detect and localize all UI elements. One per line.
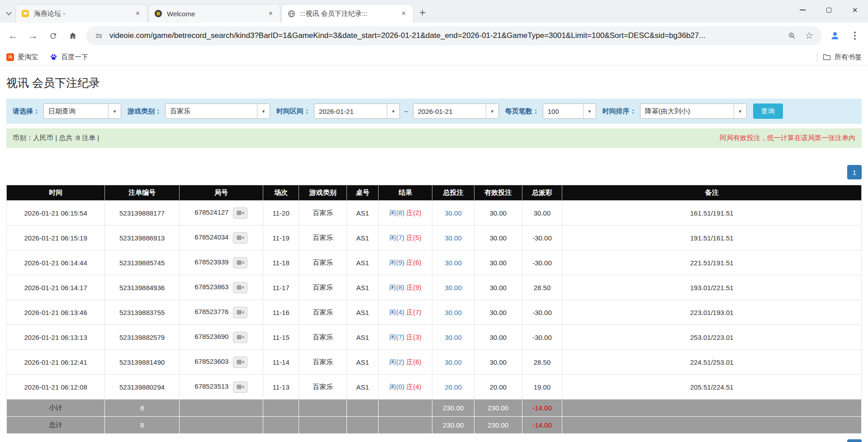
- close-window-button[interactable]: ×: [842, 0, 868, 20]
- video-replay-button[interactable]: [233, 307, 247, 318]
- cell-table-no: AS1: [347, 275, 379, 300]
- cell-game-type: 百家乐: [299, 250, 347, 275]
- tab-favicon-crest-icon: [154, 9, 162, 18]
- video-replay-button[interactable]: [233, 381, 247, 393]
- search-button[interactable]: 查询: [753, 103, 783, 119]
- page-size-input[interactable]: [543, 104, 583, 118]
- chevron-down-icon[interactable]: ▾: [583, 104, 596, 118]
- video-replay-button[interactable]: [233, 282, 247, 293]
- folder-icon: [823, 53, 831, 61]
- all-bookmarks-button[interactable]: 所有书签: [823, 53, 862, 61]
- tab-search-button[interactable]: [2, 5, 15, 23]
- refresh-icon: [49, 32, 57, 40]
- address-bar[interactable]: videoie.com/game/betrecord_search/kind3?…: [86, 26, 822, 45]
- zoom-icon[interactable]: [786, 29, 798, 42]
- url-text[interactable]: videoie.com/game/betrecord_search/kind3?…: [109, 31, 781, 40]
- refresh-button[interactable]: [43, 26, 62, 45]
- globe-icon: [287, 9, 295, 18]
- profile-button[interactable]: [825, 26, 844, 45]
- total-bet-link[interactable]: 30.00: [445, 284, 462, 292]
- maximize-icon: [826, 8, 831, 13]
- total-bet-link[interactable]: 30.00: [445, 234, 462, 242]
- bookmark-label: 爱淘宝: [18, 53, 38, 61]
- home-button[interactable]: [63, 26, 82, 45]
- site-info-icon[interactable]: [92, 29, 105, 42]
- page-title: 视讯 会员下注纪录: [6, 75, 862, 90]
- total-bet-link[interactable]: 20.00: [445, 383, 462, 391]
- chevron-down-icon: [6, 12, 12, 16]
- video-camera-icon: [237, 310, 244, 315]
- total-bet-link[interactable]: 30.00: [445, 209, 462, 217]
- date-end-select[interactable]: 2026-01-21 ▾: [413, 103, 499, 119]
- round-number: 678523513: [194, 382, 228, 390]
- game-type-select[interactable]: 百家乐 ▾: [165, 103, 270, 119]
- footer-payout: -14.00: [522, 417, 562, 434]
- chevron-down-icon[interactable]: ▾: [387, 104, 399, 118]
- video-replay-button[interactable]: [233, 232, 247, 244]
- game-type-value: 百家乐: [166, 104, 257, 118]
- tab-bet-record[interactable]: :::视讯 会员下注纪录::: ×: [281, 4, 413, 23]
- cell-game-type: 百家乐: [299, 201, 347, 226]
- cell-payout: -30.00: [522, 250, 562, 275]
- date-start-select[interactable]: 2026-01-21 ▾: [314, 103, 400, 119]
- cell-note: 193.01/221.51: [562, 275, 862, 300]
- video-camera-icon: [237, 210, 244, 216]
- minimize-button[interactable]: [789, 0, 816, 20]
- new-tab-button[interactable]: +: [414, 5, 431, 21]
- total-bet-link[interactable]: 30.00: [445, 334, 462, 341]
- query-type-value: 日期查询: [44, 104, 108, 118]
- close-tab-icon[interactable]: ×: [267, 9, 275, 18]
- cell-table-no: AS1: [347, 325, 379, 350]
- query-type-select[interactable]: 日期查询 ▾: [43, 103, 121, 119]
- bookmarks-bar: 淘 爱淘宝 百度一下 所有书签: [0, 49, 868, 66]
- close-tab-icon[interactable]: ×: [400, 9, 408, 18]
- total-bet-link[interactable]: 30.00: [445, 309, 462, 316]
- close-icon: ×: [852, 5, 858, 14]
- page-size-combo[interactable]: ▾: [543, 103, 596, 119]
- close-tab-icon[interactable]: ×: [134, 9, 142, 18]
- bookmark-star-icon[interactable]: ☆: [803, 29, 816, 42]
- video-replay-button[interactable]: [233, 332, 247, 343]
- cell-bet-id: 523139883755: [105, 300, 179, 325]
- back-button[interactable]: ←: [4, 26, 23, 45]
- video-camera-icon: [237, 359, 244, 365]
- footer-empty-cell: [347, 400, 379, 417]
- chevron-down-icon[interactable]: ▾: [257, 104, 270, 118]
- maximize-button[interactable]: [816, 0, 842, 20]
- browser-menu-button[interactable]: [845, 26, 864, 45]
- currency-summary: 币别：人民币 | 总共 :8 注单 |: [13, 134, 99, 142]
- total-bet-link[interactable]: 30.00: [445, 259, 462, 267]
- bookmark-baidu[interactable]: 百度一下: [50, 53, 88, 61]
- page-number-button[interactable]: 1: [847, 165, 862, 179]
- video-replay-button[interactable]: [233, 257, 247, 268]
- chevron-down-icon[interactable]: ▾: [486, 104, 498, 118]
- query-type-label: 请选择：: [13, 107, 40, 116]
- chevron-down-icon[interactable]: ▾: [734, 104, 746, 118]
- chevron-down-icon[interactable]: ▾: [108, 104, 121, 118]
- cell-time: 2026-01-21 06:15:54: [7, 201, 105, 226]
- cell-session: 11-16: [263, 300, 299, 325]
- forward-button[interactable]: →: [24, 26, 43, 45]
- footer-count: 8: [105, 400, 179, 417]
- cell-valid-bet: 30.00: [474, 350, 522, 375]
- cell-total-bet: 30.00: [432, 275, 474, 300]
- tab-haiyan-forum[interactable]: 海燕论坛 - ×: [15, 4, 147, 23]
- table-row: 2026-01-21 06:15:54 523139888177 6785241…: [7, 201, 862, 226]
- cell-session: 11-19: [263, 226, 299, 250]
- cell-valid-bet: 30.00: [474, 250, 522, 275]
- bookmark-aitaobao[interactable]: 淘 爱淘宝: [6, 53, 38, 61]
- cell-valid-bet: 30.00: [474, 275, 522, 300]
- bookmark-label: 百度一下: [61, 53, 88, 61]
- page-number-button[interactable]: 1: [847, 439, 862, 442]
- total-bet-link[interactable]: 30.00: [445, 358, 462, 366]
- result-banker: 庄(9): [406, 283, 421, 291]
- video-camera-icon: [237, 285, 244, 290]
- video-replay-button[interactable]: [233, 357, 247, 368]
- tab-welcome[interactable]: Welcome ×: [148, 4, 280, 23]
- sort-order-label: 时间排序：: [602, 107, 636, 116]
- footer-empty-cell: [263, 400, 299, 417]
- sort-order-select[interactable]: 降幂(由大到小) ▾: [640, 103, 747, 119]
- video-replay-button[interactable]: [233, 207, 247, 219]
- taobao-icon: 淘: [6, 53, 14, 61]
- kebab-menu-icon: [854, 32, 856, 40]
